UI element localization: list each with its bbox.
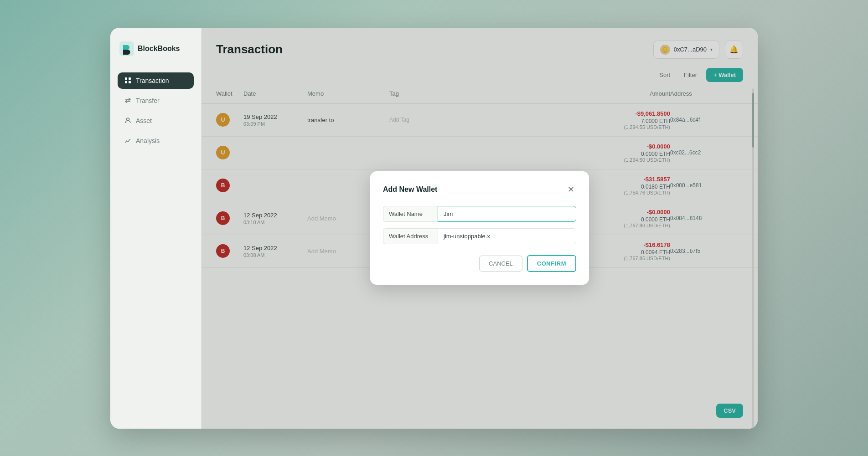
sidebar-analysis-label: Analysis [136, 137, 160, 144]
asset-icon [124, 117, 131, 124]
main-content: Transaction 🪙 0xC7...aD90 ▾ 🔔 Sort Filte… [202, 28, 758, 429]
analysis-icon [124, 137, 131, 144]
modal-overlay: Add New Wallet ✕ Wallet Name Wallet Addr… [202, 28, 758, 429]
modal-footer: CANCEL CONFIRM [383, 255, 576, 272]
transaction-icon [124, 77, 131, 84]
close-button[interactable]: ✕ [565, 184, 576, 195]
sidebar-item-transfer[interactable]: Transfer [118, 92, 194, 109]
svg-rect-3 [125, 81, 127, 83]
sidebar-item-asset[interactable]: Asset [118, 113, 194, 129]
app-name: BlockBooks [138, 45, 180, 53]
sidebar-item-transaction[interactable]: Transaction [118, 72, 194, 89]
sidebar-transfer-label: Transfer [136, 97, 160, 104]
transfer-icon [124, 97, 131, 104]
logo: BlockBooks [118, 41, 194, 56]
modal-header: Add New Wallet ✕ [383, 184, 576, 195]
wallet-address-label: Wallet Address [383, 228, 438, 244]
sidebar-asset-label: Asset [136, 117, 152, 124]
svg-rect-2 [129, 77, 131, 80]
wallet-name-group: Wallet Name [383, 206, 576, 222]
wallet-name-label: Wallet Name [383, 206, 438, 222]
cancel-button[interactable]: CANCEL [479, 256, 522, 272]
wallet-address-group: Wallet Address [383, 228, 576, 244]
confirm-button[interactable]: CONFIRM [527, 255, 576, 272]
svg-rect-4 [129, 81, 131, 83]
svg-rect-1 [125, 77, 127, 80]
wallet-name-input[interactable] [438, 206, 576, 222]
add-wallet-modal: Add New Wallet ✕ Wallet Name Wallet Addr… [370, 171, 589, 285]
sidebar-transaction-label: Transaction [136, 77, 169, 84]
modal-title: Add New Wallet [383, 185, 437, 194]
svg-point-5 [126, 118, 129, 121]
logo-icon [119, 41, 134, 56]
sidebar: BlockBooks Transaction Transfer [110, 28, 202, 429]
wallet-address-input[interactable] [438, 228, 576, 244]
sidebar-item-analysis[interactable]: Analysis [118, 133, 194, 149]
